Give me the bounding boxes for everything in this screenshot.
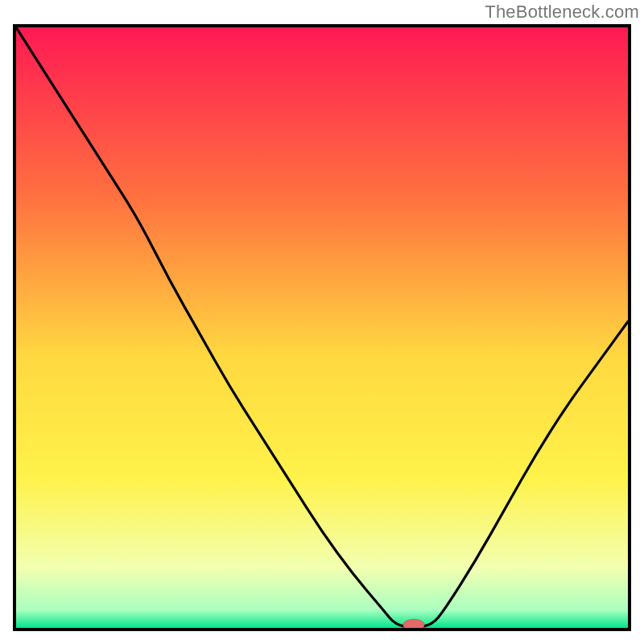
chart-svg <box>16 27 628 628</box>
watermark-text: TheBottleneck.com <box>485 2 639 23</box>
gradient-background <box>16 27 628 628</box>
optimal-marker <box>403 619 424 628</box>
plot-area <box>16 27 628 628</box>
plot-border <box>13 24 631 631</box>
chart-frame: TheBottleneck.com <box>0 0 644 644</box>
